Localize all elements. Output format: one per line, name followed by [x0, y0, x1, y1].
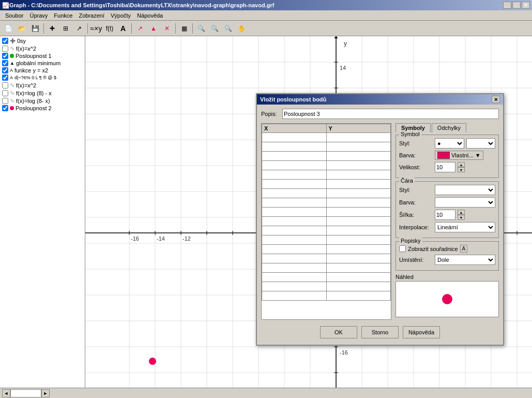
storno-button[interactable]: Storno	[361, 326, 399, 338]
scroll-left-button[interactable]: ◄	[2, 389, 10, 397]
menu-soubor[interactable]: Soubor	[2, 11, 26, 20]
menu-zobrazeni[interactable]: Zobrazení	[75, 11, 108, 20]
menu-funkce[interactable]: Funkce	[51, 11, 75, 20]
zoom-in-button[interactable]: ⊞	[59, 22, 72, 35]
font-button[interactable]: A	[460, 245, 468, 253]
sidebar-item-posl1[interactable]: Posloupnost 1	[1, 52, 84, 60]
sidebar-check-posl1[interactable]	[2, 53, 8, 59]
table-row[interactable]	[262, 282, 391, 291]
sidebar-item-posl2[interactable]: Posloupnost 2	[1, 105, 84, 112]
sidebar-check-flog8mx[interactable]	[2, 98, 8, 104]
search-button[interactable]: 🔍	[195, 22, 207, 35]
table-row[interactable]	[262, 133, 391, 142]
table-row[interactable]	[262, 291, 391, 301]
cell-y[interactable]	[326, 133, 391, 142]
cara-interpolace-select[interactable]: Lineární	[435, 222, 495, 232]
cara-sirka-input[interactable]	[435, 210, 455, 220]
sidebar-item-fx2[interactable]: ∿ f(x)=x^2	[1, 45, 84, 52]
xy-table-wrapper[interactable]: X Y	[261, 123, 391, 320]
menu-napoveda[interactable]: Nápověda	[134, 11, 166, 20]
table-row[interactable]	[262, 189, 391, 198]
menu-vypocty[interactable]: Výpočty	[108, 11, 134, 20]
sidebar-check-osy[interactable]	[2, 38, 8, 44]
text-button[interactable]: A	[117, 22, 129, 35]
symbol-velikost-down[interactable]: ▼	[458, 167, 465, 172]
sidebar-check-dspecial[interactable]	[2, 75, 8, 81]
zobrazit-checkbox[interactable]	[399, 245, 406, 252]
close-button[interactable]: ✕	[522, 2, 530, 9]
symbol-velikost-row: Velikost: ▲ ▼	[399, 162, 495, 172]
scroll-track[interactable]	[10, 389, 41, 397]
table-row[interactable]	[262, 208, 391, 217]
table-row[interactable]	[262, 180, 391, 189]
sidebar-check-fx2[interactable]	[2, 46, 8, 52]
symbol-velikost-up[interactable]: ▲	[458, 162, 465, 167]
save-button[interactable]: 💾	[29, 22, 41, 35]
sidebar-check-funcy2[interactable]	[2, 67, 8, 73]
table-row[interactable]	[262, 161, 391, 170]
ok-button[interactable]: OK	[320, 326, 357, 338]
table-row[interactable]	[262, 170, 391, 180]
table-row[interactable]	[262, 198, 391, 208]
sidebar-check-fx2b[interactable]	[2, 82, 8, 89]
sidebar-item-flog8x[interactable]: ∿ f(x)=log (8) - x	[1, 89, 84, 97]
table-row[interactable]	[262, 226, 391, 235]
sidebar-check-posl2[interactable]	[2, 105, 8, 111]
cara-sirka-down[interactable]: ▼	[458, 215, 465, 220]
preview-dot	[442, 294, 452, 304]
table-row[interactable]	[262, 152, 391, 161]
sidebar-item-funcy2[interactable]: A funkce y = x2	[1, 67, 84, 74]
menu-upravy[interactable]: Úpravy	[26, 11, 51, 20]
table-row[interactable]	[262, 273, 391, 282]
cara-styl-select[interactable]	[435, 185, 495, 195]
tab-odchylky[interactable]: Odchylky	[432, 123, 466, 132]
cell-x[interactable]	[262, 133, 327, 142]
table-row[interactable]	[262, 217, 391, 226]
sidebar-check-flog8x[interactable]	[2, 90, 8, 96]
line-button[interactable]: ↗	[134, 22, 146, 35]
open-button[interactable]: 📂	[16, 22, 28, 35]
sidebar-label-posl2: Posloupnost 2	[16, 105, 52, 111]
cara-barva-select[interactable]	[435, 197, 495, 208]
napoveda-button[interactable]: Nápověda	[403, 326, 440, 338]
cara-sirka-up[interactable]: ▲	[458, 210, 465, 215]
table-row[interactable]	[262, 254, 391, 263]
symbol-styl-label: Styl:	[399, 140, 433, 146]
sidebar-item-fx2b[interactable]: ∿ f(x)=x^2	[1, 81, 84, 89]
func-button[interactable]: f(t)	[103, 22, 116, 35]
move-button[interactable]: ✚	[46, 22, 58, 35]
zoom-out-button[interactable]: ↗	[73, 22, 85, 35]
sidebar-item-osy[interactable]: ➕ 0sy	[1, 37, 84, 45]
zoom-plus-button[interactable]: 🔍	[222, 22, 234, 35]
symbol-barva-button[interactable]: Vlastní... ▼	[435, 151, 483, 160]
symbol-styl-select2[interactable]	[466, 138, 496, 149]
erase-button[interactable]: ✕	[161, 22, 173, 35]
sidebar-item-dspecial[interactable]: A d|~?6% 0 L ¶ ® @ $	[1, 74, 84, 81]
graph-area[interactable]: -16 -14 -12 6 8 10 14 -12 -14 -16 y	[85, 36, 532, 397]
sidebar-icon-dspecial: A	[10, 75, 13, 80]
symbol-color-swatch	[437, 152, 450, 159]
cara-sirka-label: Šířka:	[399, 212, 433, 218]
umisteni-select[interactable]: Dole	[435, 255, 495, 265]
symbol-styl-select[interactable]: ●	[435, 138, 464, 149]
draw-button[interactable]: ≈×y	[90, 22, 102, 35]
table-row[interactable]	[262, 235, 391, 245]
table-row[interactable]	[262, 142, 391, 152]
sidebar-check-globmin[interactable]	[2, 60, 8, 66]
new-button[interactable]: 📄	[2, 22, 14, 35]
table-row[interactable]	[262, 263, 391, 273]
sidebar-item-flog8mx[interactable]: ∿ f(x)=log (8- x)	[1, 97, 84, 105]
scroll-right-button[interactable]: ►	[41, 389, 50, 397]
fill-button[interactable]: ▲	[147, 22, 160, 35]
sidebar-item-globmin[interactable]: ▲ globální minimum	[1, 60, 84, 67]
dialog-titlebar: Vložit posloupnost bodů ✕	[257, 94, 503, 105]
popis-input[interactable]	[282, 109, 499, 119]
table-button[interactable]: ▦	[178, 22, 190, 35]
hand-button[interactable]: ✋	[235, 22, 248, 35]
minimize-button[interactable]: _	[503, 2, 511, 9]
table-row[interactable]	[262, 245, 391, 254]
dialog-close-button[interactable]: ✕	[492, 96, 500, 103]
maximize-button[interactable]: □	[512, 2, 521, 9]
symbol-velikost-input[interactable]	[435, 162, 455, 172]
zoom-minus-button[interactable]: 🔍	[208, 22, 221, 35]
